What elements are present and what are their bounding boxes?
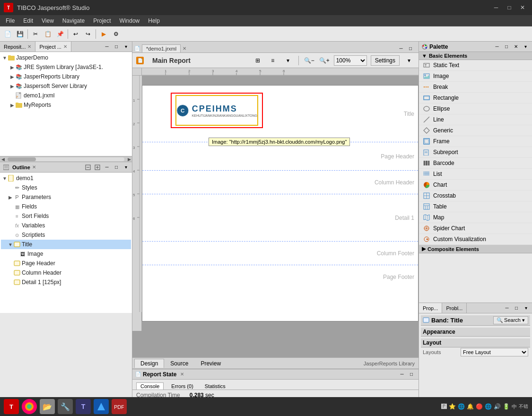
expand-jasperdemo[interactable]: ▼	[2, 55, 8, 61]
rs-close[interactable]: ✕	[180, 372, 184, 377]
taskbar-icon-firefox[interactable]	[22, 399, 37, 414]
expand-jre[interactable]: ▶	[9, 65, 15, 70]
layout-value-select[interactable]: Free Layout Grid Layout	[461, 348, 528, 356]
palette-menu[interactable]: ▾	[522, 43, 529, 51]
tab-project-close[interactable]: ✕	[63, 44, 67, 49]
outline-item-columnheader[interactable]: Column Header	[1, 268, 131, 277]
scroll-thumb[interactable]	[8, 157, 36, 161]
maximize-button[interactable]: □	[504, 3, 515, 12]
taskbar-icon-1[interactable]: T	[4, 399, 19, 414]
palette-crosstab[interactable]: Crosstab	[419, 191, 532, 201]
palette-custom-viz[interactable]: ✦ Custom Visualization	[419, 234, 532, 245]
menu-view[interactable]: View	[38, 17, 58, 25]
report-view-btn2[interactable]: ≡	[267, 55, 279, 66]
report-view-btn3[interactable]: ▾	[282, 55, 294, 66]
settings-button[interactable]: Settings	[371, 55, 400, 66]
tab-preview[interactable]: Preview	[194, 359, 227, 368]
props-tab-properties[interactable]: Prop...	[419, 303, 442, 313]
palette-barcode[interactable]: Barcode	[419, 158, 532, 169]
tray-icon-4[interactable]: 🔔	[467, 403, 474, 410]
editor-tab-close[interactable]: ✕	[183, 46, 186, 51]
palette-section-basic[interactable]: ▼ Basic Elements	[419, 52, 532, 60]
taskbar-icon-7[interactable]: PDF	[112, 399, 127, 414]
menu-help[interactable]: Help	[144, 17, 164, 25]
title-section[interactable]: C CPEIHMS KEHUTIJANKINJIIANKANGGUANLIXTO…	[142, 86, 418, 142]
expand-serverlib[interactable]: ▶	[9, 84, 15, 89]
scroll-left[interactable]: ◀	[0, 156, 6, 162]
left-panel-maximize[interactable]: □	[112, 43, 121, 51]
tab-repository-close[interactable]: ✕	[27, 44, 31, 49]
tray-icon-1[interactable]: 🅿	[441, 403, 447, 410]
rs-tab-console[interactable]: Console	[136, 382, 164, 390]
palette-rectangle[interactable]: Rectangle	[419, 93, 532, 104]
rs-tab-statistics[interactable]: Statistics	[201, 383, 229, 390]
props-tab-problems[interactable]: Probl...	[442, 303, 467, 313]
expand-myreports[interactable]: ▶	[9, 103, 15, 108]
page-header-section[interactable]: Page Header	[142, 142, 418, 171]
tb-redo[interactable]: ↪	[82, 28, 94, 40]
tree-item-demo1[interactable]: jr demo1.jrxml	[1, 91, 131, 100]
tab-project[interactable]: Project ... ✕	[35, 42, 71, 52]
outline-collapse[interactable]	[84, 163, 92, 172]
palette-map[interactable]: Map	[419, 212, 532, 223]
outline-maximize[interactable]: □	[112, 163, 121, 172]
palette-spider-chart[interactable]: Spider Chart	[419, 223, 532, 234]
scroll-right[interactable]: ▶	[126, 156, 132, 162]
outline-menu[interactable]: ▾	[122, 163, 130, 172]
tab-repository[interactable]: Reposit... ✕	[0, 42, 35, 52]
expand-parameters[interactable]: ▶	[8, 195, 13, 200]
tree-item-myreports[interactable]: ▶ MyReports	[1, 100, 131, 110]
expand-outline-demo1[interactable]: ▼	[2, 176, 8, 181]
palette-frame[interactable]: Frame	[419, 136, 532, 147]
palette-minimize[interactable]: ─	[493, 43, 501, 51]
outline-item-detail1[interactable]: Detail 1 [125px]	[1, 277, 131, 287]
taskbar-icon-3[interactable]: 📂	[40, 399, 55, 414]
rs-minimize[interactable]: ─	[398, 370, 406, 379]
tb-copy[interactable]: 📋	[42, 28, 53, 40]
taskbar-icon-6[interactable]	[94, 399, 109, 414]
tb-paste[interactable]: 📌	[54, 28, 66, 40]
outline-close[interactable]: ✕	[32, 165, 36, 170]
editor-tab-label[interactable]: *demo1.jrxml	[142, 44, 181, 52]
props-section-layout[interactable]: Layout	[421, 338, 530, 347]
taskbar-icon-5[interactable]: T	[76, 399, 91, 414]
outline-item-styles[interactable]: ✏ Styles	[1, 183, 131, 192]
left-panel-minimize[interactable]: ─	[103, 43, 111, 51]
outline-item-sortfields[interactable]: ≡ Sort Fields	[1, 211, 131, 221]
editor-maximize[interactable]: □	[406, 44, 415, 52]
tab-source[interactable]: Source	[164, 359, 194, 368]
outline-expand[interactable]	[93, 163, 102, 172]
outline-item-pageheader[interactable]: Page Header	[1, 259, 131, 268]
palette-chart[interactable]: Chart	[419, 180, 532, 191]
outline-item-scriptlets[interactable]: ⊙ Scriptlets	[1, 230, 131, 240]
tray-icon-5[interactable]: 🔴	[476, 403, 483, 410]
zoom-out-button[interactable]: 🔍−	[304, 55, 315, 66]
expand-jasperlib[interactable]: ▶	[9, 74, 15, 79]
tb-new[interactable]: 📄	[2, 28, 13, 40]
palette-subreport[interactable]: Subreport	[419, 147, 532, 158]
palette-close[interactable]: ✕	[512, 43, 520, 51]
outline-item-fields[interactable]: ▦ Fields	[1, 202, 131, 211]
outline-item-title[interactable]: ▼ Title	[1, 240, 131, 249]
palette-static-text[interactable]: T Static Text	[419, 60, 532, 71]
image-element[interactable]: C CPEIHMS KEHUTIJANKINJIIANKANGGUANLIXTO…	[171, 93, 263, 128]
palette-line[interactable]: Line	[419, 114, 532, 125]
outline-item-demo1[interactable]: ▼ demo1	[1, 173, 131, 183]
rs-tab-errors[interactable]: Errors (0)	[167, 383, 197, 390]
tb-save[interactable]: 💾	[14, 28, 26, 40]
menu-navigate[interactable]: Navigate	[59, 17, 88, 25]
taskbar-icon-4[interactable]: 🔧	[58, 399, 73, 414]
rs-maximize[interactable]: □	[407, 370, 416, 379]
column-footer-section[interactable]: Column Footer	[142, 242, 418, 265]
menu-file[interactable]: File	[2, 17, 18, 25]
page-footer-section[interactable]: Page Footer	[142, 265, 418, 289]
props-search-button[interactable]: 🔍 Search ▾	[493, 316, 528, 324]
outline-item-parameters[interactable]: ▶ P Parameters	[1, 192, 131, 202]
report-view-btn1[interactable]: ⊞	[252, 55, 263, 66]
zoom-select[interactable]: 100% 75% 50% 125% 150%	[334, 55, 367, 66]
tray-icon-3[interactable]: 🌐	[458, 403, 465, 410]
expand-title[interactable]: ▼	[8, 242, 13, 247]
tb-run[interactable]: ▶	[98, 28, 109, 40]
palette-list[interactable]: List	[419, 169, 532, 180]
outline-item-image[interactable]: 🖼 Image	[1, 249, 131, 259]
